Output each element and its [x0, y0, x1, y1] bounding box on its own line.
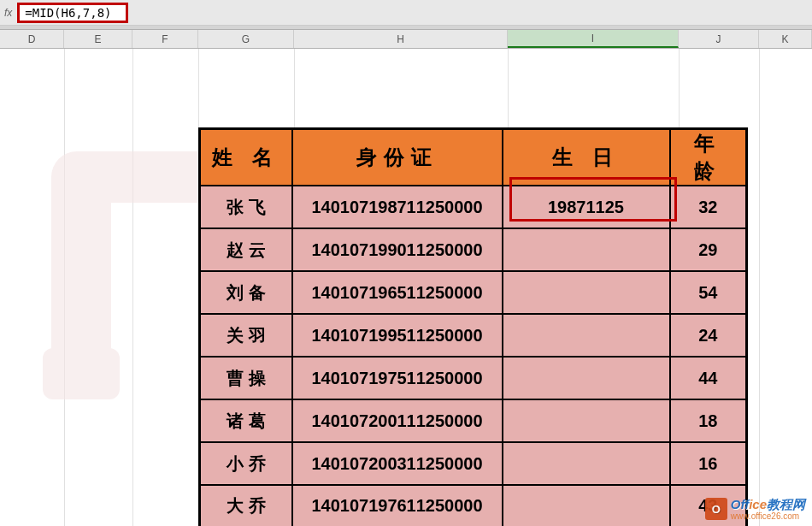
table-row: 曹 操 140107197511250000 44 — [200, 357, 747, 399]
spreadsheet-grid[interactable]: 姓 名 身份证 生 日 年 龄 张 飞 140107198711250000 1… — [0, 49, 812, 526]
table-row: 刘 备 140107196511250000 54 — [200, 271, 747, 314]
table-row: 张 飞 140107198711250000 19871125 32 — [200, 186, 747, 228]
col-header-j[interactable]: J — [679, 30, 759, 48]
formula-input[interactable]: =MID(H6,7,8) — [17, 3, 128, 23]
cell-bday[interactable] — [503, 399, 670, 442]
cell-bday[interactable] — [503, 485, 670, 526]
header-birthday[interactable]: 生 日 — [503, 129, 670, 186]
cell-age[interactable]: 24 — [670, 314, 747, 357]
col-header-h[interactable]: H — [294, 30, 508, 48]
col-header-d[interactable]: D — [0, 30, 64, 48]
cell-bday[interactable] — [503, 357, 670, 399]
cell-name[interactable]: 张 飞 — [200, 186, 292, 228]
cell-age[interactable]: 18 — [670, 399, 747, 442]
cell-bday[interactable] — [503, 228, 670, 271]
cell-bday[interactable]: 19871125 — [503, 186, 670, 228]
header-id[interactable]: 身份证 — [292, 129, 503, 186]
fx-label: fx — [4, 7, 12, 19]
cell-id[interactable]: 140107196511250000 — [292, 271, 503, 314]
watermark-logo: O Office教程网 www.office26.com — [705, 498, 805, 522]
cell-id[interactable]: 140107199511250000 — [292, 314, 503, 357]
cell-name[interactable]: 刘 备 — [200, 271, 292, 314]
logo-text: Office教程网 — [731, 498, 805, 512]
cell-age[interactable]: 44 — [670, 357, 747, 399]
data-table: 姓 名 身份证 生 日 年 龄 张 飞 140107198711250000 1… — [198, 127, 748, 526]
col-header-g[interactable]: G — [198, 30, 294, 48]
logo-badge-icon: O — [705, 498, 727, 520]
table-row: 赵 云 140107199011250000 29 — [200, 228, 747, 271]
cell-name[interactable]: 小 乔 — [200, 442, 292, 485]
col-header-f[interactable]: F — [132, 30, 198, 48]
cell-name[interactable]: 大 乔 — [200, 485, 292, 526]
cell-bday[interactable] — [503, 314, 670, 357]
cell-name[interactable]: 诸 葛 — [200, 399, 292, 442]
logo-url: www.office26.com — [731, 511, 805, 521]
cell-age[interactable]: 32 — [670, 186, 747, 228]
column-header-row: D E F G H I J K — [0, 30, 812, 49]
cell-bday[interactable] — [503, 442, 670, 485]
cell-age[interactable]: 16 — [670, 442, 747, 485]
table-row: 小 乔 140107200311250000 16 — [200, 442, 747, 485]
cell-id[interactable]: 140107198711250000 — [292, 186, 503, 228]
table-row: 大 乔 140107197611250000 43 — [200, 485, 747, 526]
cell-id[interactable]: 140107200111250000 — [292, 399, 503, 442]
cell-name[interactable]: 关 羽 — [200, 314, 292, 357]
col-header-i[interactable]: I — [508, 30, 679, 48]
cell-bday[interactable] — [503, 271, 670, 314]
cell-id[interactable]: 140107197511250000 — [292, 357, 503, 399]
header-age[interactable]: 年 龄 — [670, 129, 747, 186]
cell-age[interactable]: 29 — [670, 228, 747, 271]
cell-id[interactable]: 140107200311250000 — [292, 442, 503, 485]
formula-bar: fx =MID(H6,7,8) — [0, 0, 812, 26]
cell-age[interactable]: 54 — [670, 271, 747, 314]
col-header-e[interactable]: E — [64, 30, 132, 48]
header-name[interactable]: 姓 名 — [200, 129, 292, 186]
table-header-row: 姓 名 身份证 生 日 年 龄 — [200, 129, 747, 186]
cell-id[interactable]: 140107197611250000 — [292, 485, 503, 526]
table-row: 诸 葛 140107200111250000 18 — [200, 399, 747, 442]
table-row: 关 羽 140107199511250000 24 — [200, 314, 747, 357]
cell-id[interactable]: 140107199011250000 — [292, 228, 503, 271]
col-header-k[interactable]: K — [759, 30, 812, 48]
formula-text: =MID(H6,7,8) — [25, 6, 111, 20]
cell-name[interactable]: 曹 操 — [200, 357, 292, 399]
cell-name[interactable]: 赵 云 — [200, 228, 292, 271]
